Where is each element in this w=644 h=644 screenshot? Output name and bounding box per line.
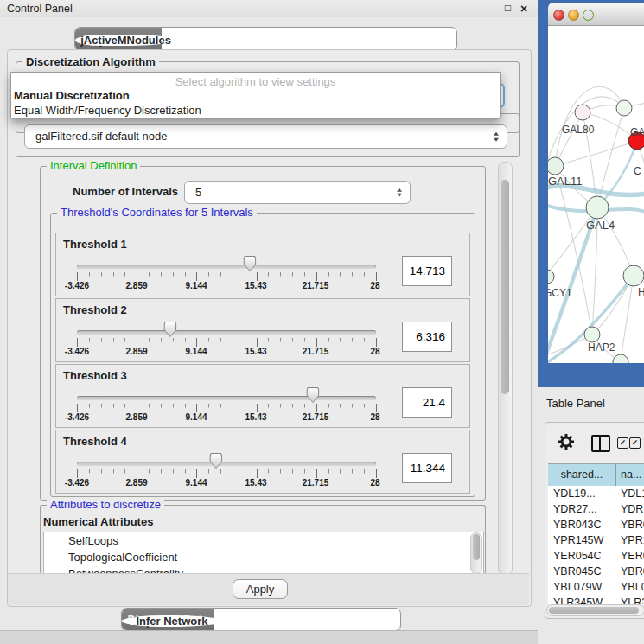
network-canvas[interactable]: GAL80 GA C GAL11 GAL4 GCY1 H HAP2 — [548, 26, 644, 363]
settings-scrollbar-thumb[interactable] — [501, 180, 509, 394]
table-body: YDL19...YDL1... YDR27...YDR2... YBR043CY… — [548, 486, 644, 604]
tick-label: -3.426 — [65, 412, 89, 422]
table-row[interactable]: YBR045CYBR0... — [548, 564, 644, 579]
left-footer-strip — [0, 630, 538, 644]
node-label: GAL4 — [586, 219, 615, 232]
attributes-list-scrollbar[interactable] — [470, 532, 482, 574]
tick-label: 2.859 — [125, 281, 147, 290]
column-header-name[interactable]: na... — [616, 463, 644, 487]
threshold-4-box: Threshold 4 -3.426 2.859 9.144 15.43 21.… — [55, 430, 470, 494]
node-gal4[interactable] — [586, 196, 609, 219]
threshold-2-box: Threshold 2 -3.426 2.859 9.144 15.43 21.… — [55, 298, 470, 362]
network-graph: GAL80 GA C GAL11 GAL4 GCY1 H HAP2 — [548, 26, 644, 363]
node-label: GAL80 — [562, 124, 595, 136]
split-panel-icon[interactable] — [591, 435, 610, 452]
table-row[interactable]: YBR043CYBR0... — [548, 517, 644, 532]
table-row[interactable]: YBL079WYBL0... — [548, 579, 644, 595]
number-of-intervals-value: 5 — [195, 186, 201, 199]
thresholds-group-title: Threshold's Coordinates for 5 Intervals — [57, 207, 257, 218]
table-horizontal-scrollbar[interactable] — [546, 604, 644, 616]
threshold-4-value-field[interactable] — [402, 453, 452, 483]
checkbox-icon[interactable]: ✓ — [629, 437, 641, 449]
tick-label: 9.144 — [185, 412, 207, 422]
table-data-value: galFiltered.sif default node — [35, 130, 167, 143]
column-header-shared-name[interactable]: shared... — [548, 463, 616, 487]
threshold-1-slider-thumb[interactable] — [243, 256, 256, 271]
algorithm-dropdown-popup: Select algorithm to view settings Manual… — [10, 72, 501, 119]
attributes-scrollbar-thumb[interactable] — [473, 534, 480, 560]
discretization-algorithm-group-title: Discretization Algorithm — [22, 56, 159, 67]
threshold-3-label: Threshold 3 — [63, 369, 127, 382]
tick-label: 2.859 — [125, 347, 147, 356]
table-row[interactable]: YDR27...YDR2... — [548, 501, 644, 517]
table-row[interactable]: YER054CYER0... — [548, 548, 644, 564]
tab-jactivemnodules[interactable]: jActiveMNodules — [75, 35, 176, 46]
tick-label: 2.859 — [125, 478, 147, 488]
node-gal11[interactable] — [548, 157, 564, 175]
number-of-intervals-combobox[interactable]: 5 — [184, 181, 411, 204]
tick-label: 9.144 — [185, 478, 207, 488]
tick-label: -3.426 — [65, 347, 89, 356]
tab-infer-network[interactable]: Infer Network — [122, 615, 222, 627]
tick-label: 15.43 — [245, 281, 266, 290]
table-row[interactable]: YDL19...YDL1... — [548, 486, 644, 501]
table-data-combobox[interactable]: galFiltered.sif default node — [24, 124, 507, 149]
popup-option-manual-discretization[interactable]: Manual Discretization — [14, 89, 130, 102]
table-hscrollbar-thumb[interactable] — [549, 607, 639, 614]
zoom-traffic-light-icon[interactable] — [583, 10, 594, 21]
node-gcy1[interactable] — [548, 270, 554, 284]
control-panel-tabbar: Network Style Select Cyni Toolbox jActiv… — [74, 27, 457, 51]
node-label: GAL11 — [548, 175, 583, 188]
network-window-titlebar[interactable] — [548, 3, 644, 26]
numerical-attributes-list: SelfLoops TopologicalCoefficient Between… — [43, 532, 484, 575]
threshold-1-value-field[interactable] — [402, 256, 452, 286]
tick-label: 28 — [370, 281, 379, 290]
minimize-traffic-light-icon[interactable] — [568, 10, 579, 21]
tick-label: 21.715 — [303, 478, 329, 488]
node-gal80[interactable] — [575, 105, 590, 120]
tick-label: 2.859 — [125, 412, 147, 422]
table-panel-title: Table Panel — [546, 397, 605, 410]
control-panel-title: Control Panel — [7, 3, 73, 15]
table-row[interactable]: YPR145WYPR1... — [548, 532, 644, 548]
tick-label: -3.426 — [65, 281, 89, 290]
node-label: H — [638, 286, 644, 298]
tick-label: 21.715 — [303, 347, 329, 356]
threshold-2-label: Threshold 2 — [63, 303, 127, 316]
node-label: C — [634, 165, 641, 177]
tick-label: 15.43 — [245, 478, 266, 488]
tick-label: 9.144 — [185, 281, 207, 290]
tick-label: 21.715 — [303, 281, 329, 290]
node-hap2[interactable] — [584, 327, 600, 342]
threshold-3-value-field[interactable] — [402, 387, 452, 418]
list-item[interactable]: SelfLoops — [44, 532, 483, 549]
node-label: HAP2 — [588, 341, 615, 354]
number-of-intervals-label: Number of Intervals — [73, 185, 178, 198]
list-item[interactable]: TopologicalCoefficient — [44, 549, 483, 565]
threshold-1-box: Threshold 1 -3.426 2.859 9.144 15.43 21.… — [55, 233, 470, 296]
threshold-2-value-field[interactable] — [402, 322, 452, 352]
node-bottom-partial[interactable] — [613, 354, 628, 363]
threshold-2-slider-thumb[interactable] — [163, 322, 176, 337]
threshold-4-label: Threshold 4 — [63, 435, 127, 448]
node-h-partial[interactable] — [623, 265, 644, 286]
interval-definition-title: Interval Definition — [47, 160, 140, 171]
threshold-4-slider-thumb[interactable] — [209, 453, 222, 469]
table-row[interactable]: YLR345WYLR3... — [548, 595, 644, 604]
threshold-3-slider-thumb[interactable] — [306, 387, 319, 403]
popup-option-equal-width-frequency[interactable]: Equal Width/Frequency Discretization — [14, 104, 201, 117]
gear-icon[interactable] — [558, 434, 574, 450]
close-traffic-light-icon[interactable] — [553, 10, 564, 21]
tick-label: 15.43 — [245, 347, 266, 356]
close-panel-icon[interactable]: × — [520, 2, 527, 16]
float-window-icon[interactable]: □ — [505, 2, 511, 14]
control-panel-titlebar: Control Panel □ × — [0, 0, 538, 17]
settings-vertical-scrollbar[interactable] — [498, 162, 513, 575]
tick-label: 9.144 — [185, 347, 207, 356]
node-partial-top-right[interactable] — [616, 100, 632, 116]
apply-button[interactable]: Apply — [233, 579, 288, 599]
algorithm-placeholder: Select algorithm to view settings — [11, 75, 500, 88]
threshold-1-label: Threshold 1 — [63, 238, 127, 251]
node-label: GA — [630, 126, 644, 138]
checkbox-icon[interactable]: ✓ — [617, 437, 628, 449]
